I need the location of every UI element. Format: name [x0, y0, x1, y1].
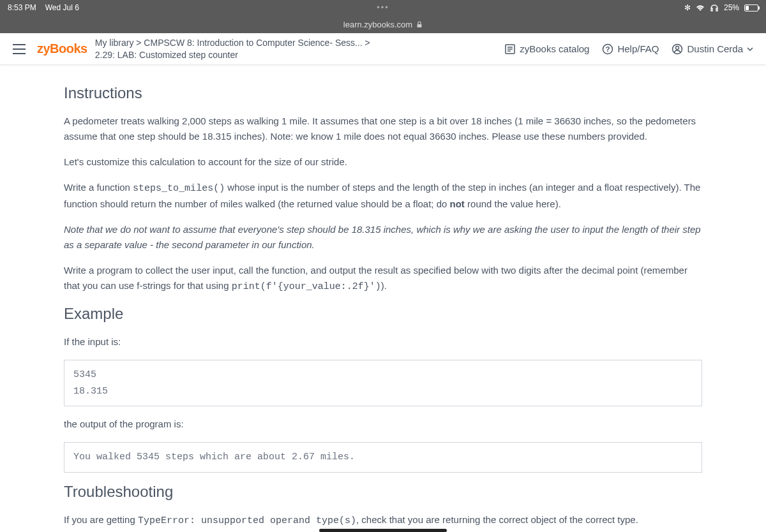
breadcrumb[interactable]: My library > CMPSCW 8: Introduction to C… — [95, 37, 504, 60]
example-heading: Example — [64, 305, 702, 323]
breadcrumb-line1: My library > CMPSCW 8: Introduction to C… — [95, 37, 504, 48]
troubleshooting-heading: Troubleshooting — [64, 483, 702, 501]
svg-text:?: ? — [606, 45, 610, 53]
paragraph-4-note: Note that we do not want to assume that … — [64, 222, 702, 253]
top-nav: zyBooks My library > CMPSCW 8: Introduct… — [0, 33, 766, 65]
browser-url-bar[interactable]: ••• learn.zybooks.com — [0, 15, 766, 33]
main-content: Instructions A pedometer treats walking … — [0, 65, 766, 532]
paragraph-5: Write a program to collect the user inpu… — [64, 263, 702, 295]
catalog-icon — [504, 43, 516, 55]
paragraph-1: A pedometer treats walking 2,000 steps a… — [64, 114, 702, 144]
example-input-block: 5345 18.315 — [64, 360, 702, 406]
help-link[interactable]: ? Help/FAQ — [602, 43, 659, 55]
svg-rect-0 — [417, 24, 422, 27]
chevron-down-icon — [747, 47, 753, 51]
zybooks-logo[interactable]: zyBooks — [37, 41, 87, 56]
hamburger-menu-icon[interactable] — [13, 44, 26, 54]
brightness-icon: ✻ — [684, 3, 691, 12]
paragraph-2: Let's customize this calculation to acco… — [64, 154, 702, 170]
example-output-block: You walked 5345 steps which are about 2.… — [64, 442, 702, 473]
example-intro: If the input is: — [64, 334, 702, 350]
user-menu[interactable]: Dustin Cerda — [672, 43, 753, 55]
user-icon — [672, 43, 683, 55]
headphones-icon — [710, 4, 719, 11]
status-date: Wed Jul 6 — [45, 3, 79, 12]
help-icon: ? — [602, 43, 613, 55]
troubleshooting-paragraph: If you are getting TypeError: unsupporte… — [64, 512, 702, 529]
breadcrumb-line2: 2.29: LAB: Customized step counter — [95, 49, 504, 61]
battery-percent: 25% — [724, 3, 739, 12]
home-indicator[interactable] — [319, 529, 447, 532]
battery-icon — [744, 4, 758, 11]
svg-point-5 — [676, 46, 679, 49]
paragraph-3: Write a function steps_to_miles() whose … — [64, 180, 702, 212]
instructions-heading: Instructions — [64, 84, 702, 102]
tab-dots-icon: ••• — [377, 3, 389, 12]
lock-icon — [416, 21, 423, 28]
catalog-link[interactable]: zyBooks catalog — [504, 43, 589, 55]
example-output-intro: the output of the program is: — [64, 417, 702, 432]
url-text: learn.zybooks.com — [343, 20, 412, 29]
wifi-icon — [696, 4, 705, 11]
status-time: 8:53 PM — [8, 3, 36, 12]
